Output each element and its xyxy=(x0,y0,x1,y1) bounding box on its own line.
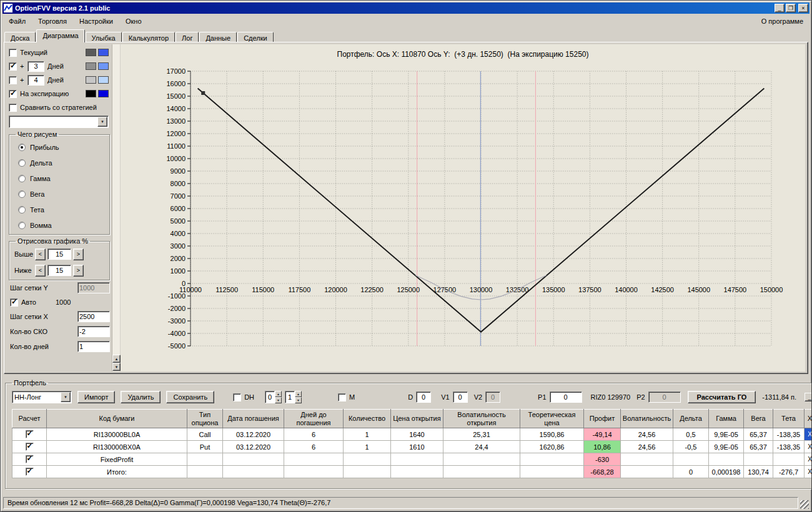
sidebar-line-0-checkbox[interactable] xyxy=(9,49,17,57)
close-button[interactable]: × xyxy=(798,4,808,12)
row-checkbox[interactable] xyxy=(26,430,34,438)
payoff-chart[interactable]: -5000-4000-3000-2000-1000010002000300040… xyxy=(121,62,805,368)
minimize-button[interactable]: _ xyxy=(775,4,785,12)
row-checkbox[interactable] xyxy=(26,455,34,463)
spin-up-icon[interactable]: ▲ xyxy=(275,391,282,397)
increase-button[interactable]: > xyxy=(73,249,84,260)
draw-option-4[interactable]: Тета xyxy=(14,202,107,217)
collapse-panel-button[interactable]: _ xyxy=(805,393,812,401)
cell-open_price xyxy=(391,466,443,478)
draw-option-5[interactable]: Вомма xyxy=(14,217,107,233)
column-header-2[interactable]: Тип опциона xyxy=(187,410,223,428)
dh-spinner-1-input[interactable] xyxy=(265,391,275,403)
scroll-up-icon[interactable]: ▲ xyxy=(112,355,121,363)
menu-item-2[interactable]: Настройки xyxy=(73,16,119,27)
chevron-down-icon[interactable]: ▼ xyxy=(61,392,71,402)
sidebar-line-1-checkbox[interactable] xyxy=(9,62,17,71)
row-checkbox[interactable] xyxy=(26,443,34,451)
sidebar-line-3-checkbox[interactable] xyxy=(9,90,17,98)
row-delete-button[interactable]: X xyxy=(805,441,812,453)
scroll-down-icon[interactable]: ▼ xyxy=(112,363,121,371)
column-header-11[interactable]: Дельта xyxy=(673,410,709,428)
svg-text:3000: 3000 xyxy=(171,242,186,250)
draw-option-0[interactable]: Прибыль xyxy=(14,139,107,155)
compare-strategy-checkbox[interactable] xyxy=(9,104,17,112)
draw-option-2[interactable]: Гамма xyxy=(14,170,107,186)
color-swatch[interactable] xyxy=(98,62,109,70)
column-header-3[interactable]: Дата погашения xyxy=(223,410,284,428)
menu-item-about[interactable]: О программе xyxy=(755,16,810,27)
dh-checkbox[interactable] xyxy=(233,393,241,401)
resize-grip[interactable] xyxy=(800,500,809,509)
column-header-6[interactable]: Цена открытия xyxy=(391,410,443,428)
days-offset-input-2[interactable] xyxy=(27,75,44,86)
days-count-input[interactable] xyxy=(77,341,110,352)
color-swatch[interactable] xyxy=(86,62,96,70)
menu-item-3[interactable]: Окно xyxy=(119,16,148,27)
column-header-8[interactable]: Теоретическая цена xyxy=(520,410,584,428)
column-header-0[interactable]: Расчет xyxy=(12,410,47,428)
column-header-13[interactable]: Вега xyxy=(744,410,773,428)
column-header-5[interactable]: Количество xyxy=(344,410,391,428)
color-swatch[interactable] xyxy=(98,49,109,56)
column-header-12[interactable]: Гамма xyxy=(709,410,744,428)
range-value-input[interactable] xyxy=(47,249,71,260)
p1-input[interactable] xyxy=(550,391,582,403)
menu-item-1[interactable]: Торговля xyxy=(32,16,73,27)
radio-icon[interactable] xyxy=(18,159,26,167)
days-offset-input-1[interactable] xyxy=(27,61,44,72)
range-value-input[interactable] xyxy=(47,265,71,276)
tab-1[interactable]: Диаграмма xyxy=(36,29,84,42)
chevron-down-icon[interactable]: ▼ xyxy=(97,117,107,127)
sidebar-scrollbar[interactable]: ▲ ▼ xyxy=(112,44,120,372)
sko-count-input[interactable] xyxy=(77,326,110,337)
spin-up-icon[interactable]: ▲ xyxy=(295,391,302,397)
delete-button[interactable]: Удалить xyxy=(121,391,161,403)
color-swatch[interactable] xyxy=(98,90,109,97)
save-button[interactable]: Сохранить xyxy=(166,391,214,403)
d-input[interactable] xyxy=(416,391,431,403)
maximize-button[interactable]: ❐ xyxy=(786,4,796,12)
color-swatch[interactable] xyxy=(86,49,96,56)
radio-icon[interactable] xyxy=(18,175,26,182)
column-header-9[interactable]: Профит xyxy=(584,410,621,428)
v1-input[interactable] xyxy=(453,391,468,403)
column-header-7[interactable]: Волатильность открытия xyxy=(443,410,520,428)
sidebar-line-2-checkbox[interactable] xyxy=(9,76,17,84)
import-button[interactable]: Импорт xyxy=(77,391,115,403)
dh-spinner-2-input[interactable] xyxy=(285,391,295,403)
column-header-15[interactable]: X xyxy=(805,410,812,428)
column-header-14[interactable]: Тета xyxy=(773,410,805,428)
radio-icon[interactable] xyxy=(18,144,26,151)
auto-grid-checkbox[interactable] xyxy=(10,298,18,307)
color-swatch[interactable] xyxy=(86,76,96,84)
calc-margin-button[interactable]: Рассчитать ГО xyxy=(688,391,756,403)
row-checkbox[interactable] xyxy=(26,468,34,476)
tabpage-diagram: Текущий+Дней+ДнейНа экспирацию Сравнить … xyxy=(4,42,808,374)
draw-option-1[interactable]: Дельта xyxy=(14,155,107,170)
draw-option-3[interactable]: Вега xyxy=(14,186,107,202)
row-delete-button[interactable]: X xyxy=(805,428,812,441)
color-swatch[interactable] xyxy=(98,76,109,84)
strategy-compare-select[interactable]: ▼ xyxy=(9,116,109,128)
row-delete-button[interactable]: X xyxy=(805,453,812,466)
decrease-button[interactable]: < xyxy=(35,265,46,277)
radio-icon[interactable] xyxy=(18,190,26,198)
radio-icon[interactable] xyxy=(18,222,26,229)
m-checkbox[interactable] xyxy=(338,393,346,401)
grid-step-x-input[interactable] xyxy=(77,311,110,322)
column-header-10[interactable]: Волатильность xyxy=(621,410,673,428)
dh-spinner-1[interactable]: ▲▼ xyxy=(265,391,282,403)
spin-down-icon[interactable]: ▼ xyxy=(275,397,282,403)
dh-spinner-2[interactable]: ▲▼ xyxy=(285,391,302,403)
column-header-4[interactable]: Дней до погашения xyxy=(284,410,344,428)
spin-down-icon[interactable]: ▼ xyxy=(295,397,302,403)
increase-button[interactable]: > xyxy=(73,265,84,277)
menu-item-0[interactable]: Файл xyxy=(2,16,32,27)
strategy-select[interactable]: НН-Лонг ▼ xyxy=(12,391,72,403)
row-delete-button[interactable]: X xyxy=(805,466,812,478)
decrease-button[interactable]: < xyxy=(35,249,46,260)
radio-icon[interactable] xyxy=(18,206,26,214)
color-swatch[interactable] xyxy=(86,90,96,97)
column-header-1[interactable]: Код бумаги xyxy=(47,410,187,428)
